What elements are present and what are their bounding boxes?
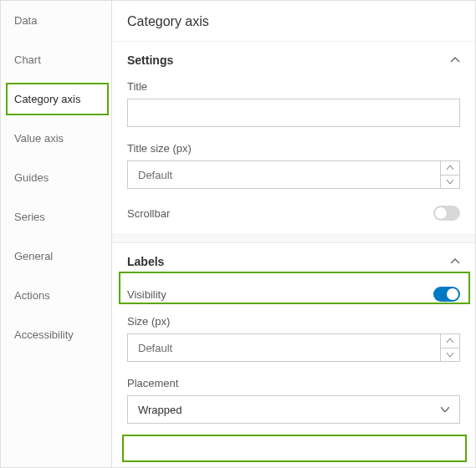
stepper-down-icon[interactable]	[441, 176, 459, 189]
config-panel: Data Chart Category axis Value axis Guid…	[0, 0, 476, 468]
sidebar-item-series[interactable]: Series	[1, 197, 111, 237]
title-size-input[interactable]: Default	[127, 160, 440, 189]
sidebar-item-label: Guides	[14, 171, 49, 184]
scrollbar-label: Scrollbar	[127, 207, 170, 220]
stepper-up-icon[interactable]	[441, 334, 459, 348]
sidebar-item-label: General	[14, 250, 53, 262]
sidebar-item-label: Value axis	[14, 132, 64, 145]
title-input[interactable]	[127, 99, 460, 127]
sidebar-item-general[interactable]: General	[1, 237, 111, 276]
title-size-field: Title size (px) Default	[112, 137, 475, 199]
labels-size-field: Size (px) Default	[112, 310, 475, 372]
sidebar-item-actions[interactable]: Actions	[1, 276, 111, 315]
sidebar-item-label: Actions	[14, 289, 50, 302]
title-size-stepper	[440, 160, 460, 189]
sidebar-item-label: Chart	[14, 53, 41, 66]
sidebar-item-label: Data	[14, 14, 37, 27]
visibility-toggle[interactable]	[433, 287, 460, 302]
scrollbar-toggle[interactable]	[433, 206, 460, 221]
toggle-knob	[435, 207, 447, 219]
chevron-down-icon	[441, 407, 449, 412]
placement-label: Placement	[127, 377, 460, 389]
sidebar-item-label: Accessibility	[14, 328, 74, 341]
sidebar-item-label: Series	[14, 211, 45, 223]
sidebar-item-label: Category axis	[14, 93, 80, 105]
sidebar-item-guides[interactable]: Guides	[1, 158, 111, 197]
settings-header-label: Settings	[127, 53, 173, 67]
title-size-label: Title size (px)	[127, 142, 460, 155]
placement-select[interactable]: Wrapped	[127, 395, 460, 424]
settings-header[interactable]: Settings	[112, 42, 475, 75]
sidebar-item-data[interactable]: Data	[1, 1, 111, 40]
visibility-row: Visibility	[112, 278, 475, 310]
title-label: Title	[127, 80, 460, 93]
labels-header-label: Labels	[127, 255, 164, 268]
chevron-up-icon	[450, 257, 460, 267]
sidebar-item-accessibility[interactable]: Accessibility	[1, 315, 111, 354]
chevron-up-icon	[450, 55, 460, 65]
title-field: Title	[112, 75, 475, 137]
scrollbar-row: Scrollbar	[112, 199, 475, 234]
labels-size-stepper	[440, 333, 460, 362]
sidebar: Data Chart Category axis Value axis Guid…	[1, 1, 112, 467]
visibility-label: Visibility	[127, 288, 166, 301]
labels-size-label: Size (px)	[127, 315, 460, 328]
toggle-knob	[447, 288, 458, 300]
sidebar-item-value-axis[interactable]: Value axis	[1, 119, 111, 158]
labels-size-input[interactable]: Default	[127, 333, 440, 362]
sidebar-item-chart[interactable]: Chart	[1, 40, 111, 79]
placement-value: Wrapped	[138, 404, 182, 416]
stepper-down-icon[interactable]	[441, 348, 459, 362]
placement-field: Placement Wrapped	[112, 372, 475, 429]
labels-header[interactable]: Labels	[112, 242, 475, 278]
page-title: Category axis	[112, 1, 475, 42]
main-content: Category axis Settings Title Title size …	[112, 1, 475, 467]
stepper-up-icon[interactable]	[441, 161, 459, 176]
sidebar-item-category-axis[interactable]: Category axis	[1, 79, 111, 119]
section-divider	[112, 234, 475, 242]
